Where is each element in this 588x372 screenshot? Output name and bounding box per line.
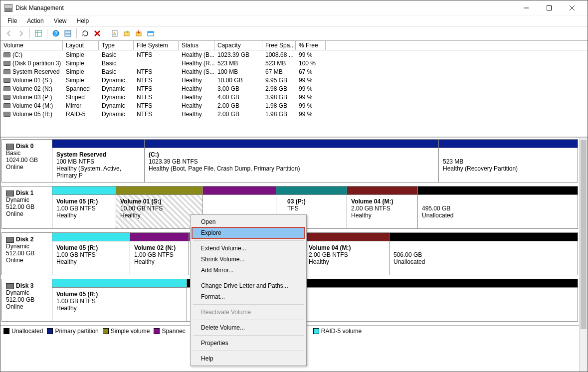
table-row[interactable]: Volume 03 (P:)StripedDynamicNTFSHealthy4… — [0, 93, 588, 101]
table-row[interactable]: (Disk 0 partition 3)SimpleBasicHealthy (… — [0, 59, 588, 67]
partition[interactable]: Volume 02 (N:)1.00 GB NTFSHealthy — [130, 233, 189, 275]
table-row[interactable]: System ReservedSimpleBasicNTFSHealthy (S… — [0, 67, 588, 76]
disk-size: 1024.00 GB — [6, 157, 38, 164]
forward-button[interactable] — [15, 28, 26, 39]
scrollbar-thumb[interactable] — [581, 140, 587, 329]
ctx-explore[interactable]: Explore — [192, 227, 305, 238]
cell-fs: NTFS — [134, 111, 179, 118]
close-button[interactable] — [561, 0, 584, 15]
ctx-format[interactable]: Format... — [192, 291, 305, 302]
disk-size: 512.00 GB — [6, 296, 34, 303]
cell-volume: Volume 02 (N:) — [12, 85, 52, 92]
partition-health: Healthy (Recovery Partition) — [443, 165, 518, 172]
cell-fs: NTFS — [134, 68, 179, 75]
ctx-drive-letter[interactable]: Change Drive Letter and Paths... — [192, 280, 305, 291]
partition-sub: 2.00 GB NTFS — [351, 205, 391, 212]
cell-capacity: 2.00 GB — [214, 111, 262, 118]
partition-health: Healthy — [351, 212, 372, 219]
partition-sub: 506.00 GB — [393, 251, 422, 258]
table-row[interactable]: Volume 05 (R:)RAID-5DynamicNTFSHealthy2.… — [0, 110, 588, 118]
cell-volume: System Reserved — [12, 68, 60, 75]
partition[interactable]: Volume 05 (R:)1.00 GB NTFSHealthy — [52, 233, 130, 275]
ctx-shrink[interactable]: Shrink Volume... — [192, 254, 305, 265]
menu-file[interactable]: File — [2, 16, 22, 25]
partition-bar — [418, 186, 578, 194]
partition[interactable]: System Reserved100 MB NTFSHealthy (Syste… — [52, 140, 145, 182]
refresh-button[interactable] — [80, 28, 91, 39]
wizard-button[interactable] — [145, 28, 156, 39]
svg-rect-0 — [547, 5, 552, 10]
partition-unallocated[interactable]: 495.00 GBUnallocated — [418, 186, 578, 228]
ctx-reactivate: Reactivate Volume — [192, 307, 305, 318]
partition[interactable]: Volume 05 (R:)1.00 GB NTFSHealthy — [52, 186, 116, 228]
cell-pctfree: 99 % — [296, 102, 326, 109]
partition-sub: 100 MB NTFS — [56, 158, 94, 165]
table-row[interactable]: Volume 02 (N:)SpannedDynamicNTFSHealthy3… — [0, 84, 588, 93]
properties-button[interactable] — [109, 28, 120, 39]
title-bar: Disk Management — [0, 0, 588, 15]
disk-info[interactable]: Disk 2 Dynamic 512.00 GB Online — [2, 233, 52, 275]
minimize-button[interactable] — [515, 0, 538, 15]
disk-kind: Dynamic — [6, 289, 29, 296]
cell-fs: NTFS — [134, 51, 179, 58]
col-filesystem[interactable]: File System — [134, 41, 179, 50]
partition-sub: 10.00 GB NTFS — [120, 205, 163, 212]
menu-action[interactable]: Action — [22, 16, 48, 25]
ctx-properties[interactable]: Properties — [192, 338, 305, 349]
partition-title: Volume 05 (R:) — [56, 291, 98, 298]
table-row[interactable]: Volume 04 (M:)MirrorDynamicNTFSHealthy2.… — [0, 101, 588, 110]
col-capacity[interactable]: Capacity — [214, 41, 262, 50]
partition[interactable]: Volume 04 (M:)2.00 GB NTFSHealthy — [347, 186, 418, 228]
svg-point-6 — [114, 32, 115, 33]
table-row[interactable]: (C:)SimpleBasicNTFSHealthy (B...1023.39 … — [0, 50, 588, 59]
ctx-extend[interactable]: Extend Volume... — [192, 243, 305, 254]
settings-button[interactable] — [62, 28, 73, 39]
view-button[interactable] — [33, 28, 44, 39]
delete-button[interactable] — [92, 28, 103, 39]
disk-info[interactable]: Disk 0 Basic 1024.00 GB Online — [2, 140, 52, 182]
partition[interactable]: Volume 05 (R:)1.00 GB NTFSHealthy — [52, 279, 187, 321]
partition-bar — [439, 140, 578, 148]
partition-bar — [145, 140, 438, 148]
partition-health: Unallocated — [422, 212, 453, 219]
disk-size: 512.00 GB — [6, 203, 34, 210]
back-button[interactable] — [3, 28, 14, 39]
col-layout[interactable]: Layout — [63, 41, 99, 50]
disk-info[interactable]: Disk 1 Dynamic 512.00 GB Online — [2, 186, 52, 228]
partition-title: Volume 04 (M:) — [351, 198, 393, 205]
partition-health: Healthy — [309, 258, 329, 265]
cell-status: Healthy — [179, 85, 214, 92]
partition[interactable]: 523 MBHealthy (Recovery Partition) — [439, 140, 578, 182]
ctx-open[interactable]: Open — [192, 216, 305, 227]
partition-health: Healthy — [56, 212, 77, 219]
partition-bar — [276, 186, 347, 194]
cell-status: Healthy — [179, 102, 214, 109]
disk-icon — [6, 237, 14, 243]
col-status[interactable]: Status — [179, 41, 214, 50]
import-button[interactable] — [133, 28, 144, 39]
partition-title: Volume 05 (R:) — [56, 198, 98, 205]
partition-health: Healthy — [56, 305, 77, 312]
menu-help[interactable]: Help — [72, 16, 94, 25]
partition-sub: 495.00 GB — [422, 205, 450, 212]
partition-health: Healthy (Boot, Page File, Crash Dump, Pr… — [149, 165, 300, 172]
col-volume[interactable]: Volume — [0, 41, 63, 50]
col-pctfree[interactable]: % Free — [296, 41, 326, 50]
disk-info[interactable]: Disk 3 Dynamic 512.00 GB Online — [2, 279, 52, 321]
vertical-scrollbar[interactable] — [579, 138, 588, 372]
partition-title: Volume 02 (N:) — [134, 244, 176, 251]
partition[interactable]: (C:)1023.39 GB NTFSHealthy (Boot, Page F… — [145, 140, 439, 182]
partition-unallocated[interactable]: 506.00 GBUnallocated — [390, 233, 578, 275]
ctx-add-mirror[interactable]: Add Mirror... — [192, 265, 305, 276]
ctx-help[interactable]: Help — [192, 353, 305, 364]
cell-pctfree: 99 % — [296, 85, 326, 92]
ctx-delete[interactable]: Delete Volume... — [192, 322, 305, 333]
table-row[interactable]: Volume 01 (S:)SimpleDynamicNTFSHealthy10… — [0, 76, 588, 84]
menu-view[interactable]: View — [49, 16, 72, 25]
maximize-button[interactable] — [538, 0, 561, 15]
new-button[interactable] — [121, 28, 132, 39]
partition[interactable]: Volume 04 (M:)2.00 GB NTFSHealthy — [305, 233, 390, 275]
help-button[interactable]: ? — [50, 28, 61, 39]
col-free[interactable]: Free Spa... — [262, 41, 296, 50]
col-type[interactable]: Type — [99, 41, 134, 50]
